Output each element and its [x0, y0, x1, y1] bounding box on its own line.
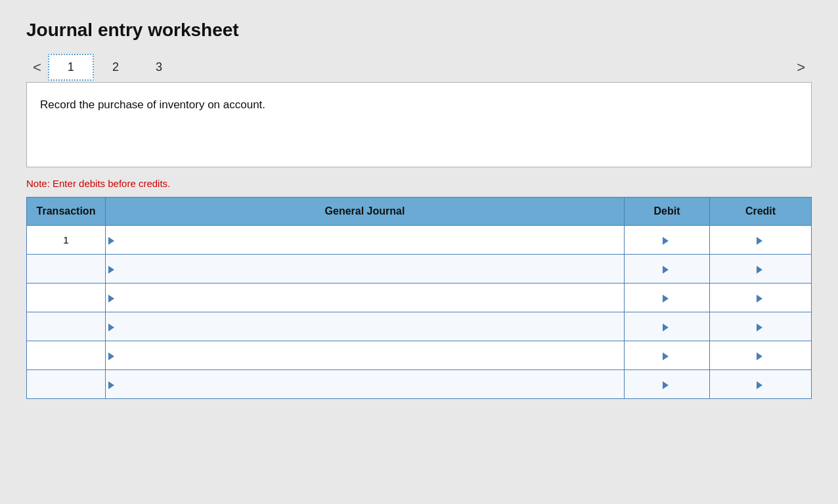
arrow-icon	[108, 324, 114, 331]
td-credit[interactable]	[710, 370, 812, 399]
td-transaction: 1	[27, 226, 106, 255]
table-row: 1	[27, 226, 812, 255]
tab-1[interactable]: 1	[48, 54, 94, 81]
arrow-icon	[108, 237, 114, 245]
table-row	[27, 312, 812, 341]
td-debit[interactable]	[625, 226, 710, 255]
td-credit[interactable]	[710, 255, 812, 284]
tab-3[interactable]: 3	[137, 55, 181, 79]
tab-navigation: < 1 2 3 >	[26, 54, 812, 81]
td-journal[interactable]	[106, 226, 625, 255]
arrow-icon	[108, 295, 114, 303]
td-debit[interactable]	[625, 255, 710, 284]
td-debit[interactable]	[625, 341, 710, 370]
td-debit[interactable]	[625, 370, 710, 399]
td-journal[interactable]	[106, 312, 625, 341]
arrow-icon	[757, 295, 762, 303]
th-credit: Credit	[710, 198, 812, 226]
td-journal[interactable]	[106, 370, 625, 399]
td-credit[interactable]	[710, 226, 812, 255]
instruction-text: Record the purchase of inventory on acco…	[40, 98, 265, 111]
td-transaction	[27, 312, 106, 341]
arrow-icon	[757, 266, 762, 274]
td-transaction	[27, 370, 106, 399]
arrow-icon	[108, 381, 114, 389]
arrow-icon	[757, 237, 762, 245]
arrow-icon	[663, 237, 669, 245]
th-journal: General Journal	[106, 198, 625, 226]
tab-2[interactable]: 2	[94, 55, 137, 79]
arrow-icon	[663, 266, 669, 274]
page-title: Journal entry worksheet	[26, 20, 812, 41]
arrow-icon	[663, 295, 669, 303]
td-transaction	[27, 341, 106, 370]
next-arrow[interactable]: >	[790, 59, 812, 76]
arrow-icon	[757, 324, 762, 331]
arrow-icon	[663, 381, 669, 389]
note-text: Note: Enter debits before credits.	[26, 178, 812, 189]
th-transaction: Transaction	[27, 198, 106, 226]
td-debit[interactable]	[625, 284, 710, 312]
td-credit[interactable]	[710, 284, 812, 312]
prev-arrow[interactable]: <	[26, 59, 48, 76]
instruction-box: Record the purchase of inventory on acco…	[26, 82, 812, 167]
arrow-icon	[108, 266, 114, 274]
td-credit[interactable]	[710, 312, 812, 341]
table-row	[27, 341, 812, 370]
arrow-icon	[757, 381, 762, 389]
table-row	[27, 284, 812, 312]
journal-table: Transaction General Journal Debit Credit…	[26, 197, 812, 399]
td-transaction	[27, 255, 106, 284]
table-row	[27, 255, 812, 284]
arrow-icon	[663, 324, 669, 331]
td-debit[interactable]	[625, 312, 710, 341]
th-debit: Debit	[625, 198, 710, 226]
table-row	[27, 370, 812, 399]
td-transaction	[27, 284, 106, 312]
td-journal[interactable]	[106, 255, 625, 284]
td-credit[interactable]	[710, 341, 812, 370]
arrow-icon	[108, 352, 114, 360]
arrow-icon	[663, 352, 669, 360]
td-journal[interactable]	[106, 284, 625, 312]
arrow-icon	[757, 352, 762, 360]
td-journal[interactable]	[106, 341, 625, 370]
